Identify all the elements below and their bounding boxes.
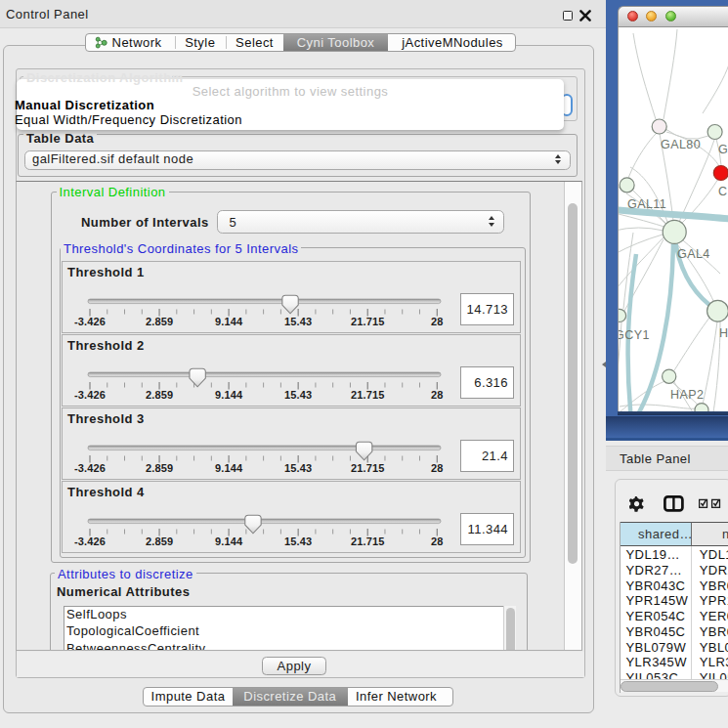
svg-text:2.859: 2.859: [146, 389, 173, 401]
svg-text:-3.426: -3.426: [74, 462, 106, 474]
svg-text:15.43: 15.43: [284, 535, 312, 547]
svg-text:9.144: 9.144: [215, 389, 243, 401]
svg-text:9.144: 9.144: [215, 535, 243, 547]
svg-text:-3.426: -3.426: [74, 535, 106, 547]
svg-text:28: 28: [431, 462, 444, 474]
svg-text:9.144: 9.144: [215, 462, 243, 474]
svg-text:HAP2: HAP2: [670, 388, 704, 402]
svg-text:21.715: 21.715: [351, 462, 385, 474]
svg-text:GAL80: GAL80: [661, 138, 701, 151]
svg-text:28: 28: [431, 535, 444, 547]
svg-text:-3.426: -3.426: [74, 316, 106, 327]
svg-text:GAL4: GAL4: [677, 247, 710, 261]
svg-text:15.43: 15.43: [284, 389, 312, 401]
svg-text:28: 28: [431, 389, 444, 401]
svg-text:15.43: 15.43: [284, 316, 312, 327]
svg-text:15.43: 15.43: [284, 462, 312, 474]
svg-text:H: H: [719, 326, 728, 340]
svg-text:GAL11: GAL11: [627, 197, 666, 211]
svg-text:-3.426: -3.426: [74, 389, 106, 401]
svg-text:2.859: 2.859: [146, 462, 173, 474]
svg-text:9.144: 9.144: [215, 316, 243, 327]
svg-text:GAL: GAL: [718, 143, 728, 156]
svg-text:GCY1: GCY1: [619, 328, 650, 342]
svg-text:21.715: 21.715: [351, 316, 385, 327]
svg-text:21.715: 21.715: [351, 535, 385, 547]
svg-text:2.859: 2.859: [146, 535, 173, 547]
svg-text:2.859: 2.859: [146, 316, 173, 327]
svg-text:C: C: [718, 185, 727, 198]
svg-text:21.715: 21.715: [351, 389, 385, 401]
svg-text:28: 28: [431, 316, 444, 327]
